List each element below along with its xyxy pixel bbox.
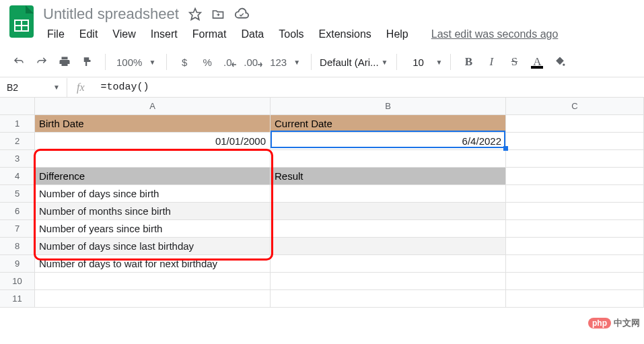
strikethrough-button[interactable]: S bbox=[505, 53, 524, 71]
row-header[interactable]: 4 bbox=[0, 168, 35, 185]
cell-c7[interactable] bbox=[506, 220, 644, 238]
cell-c10[interactable] bbox=[506, 273, 644, 290]
cell-b7[interactable] bbox=[271, 220, 506, 238]
number-format-select[interactable]: 123▼ bbox=[267, 53, 303, 71]
cell-a3[interactable] bbox=[35, 150, 271, 168]
cell-c4[interactable] bbox=[506, 168, 644, 185]
watermark-text: 中文网 bbox=[614, 317, 640, 329]
font-family-select[interactable]: Default (Ari...▼ bbox=[320, 57, 388, 68]
cell-c3[interactable] bbox=[506, 150, 644, 168]
row-header[interactable]: 8 bbox=[0, 238, 35, 255]
separator bbox=[396, 54, 397, 70]
paint-format-icon[interactable] bbox=[78, 53, 97, 71]
cell-b4[interactable]: Result bbox=[271, 168, 506, 185]
cell-c5[interactable] bbox=[506, 185, 644, 203]
watermark-pill: php bbox=[588, 318, 611, 329]
cell-b5[interactable] bbox=[271, 185, 506, 203]
cell-c1[interactable] bbox=[506, 115, 644, 133]
row-header[interactable]: 1 bbox=[0, 115, 35, 133]
cell-b10[interactable] bbox=[271, 273, 506, 290]
cell-c9[interactable] bbox=[506, 255, 644, 273]
menu-file[interactable]: File bbox=[43, 27, 69, 42]
text-color-button[interactable]: A bbox=[528, 53, 546, 71]
name-box[interactable]: B2 ▼ bbox=[0, 78, 67, 97]
name-box-value: B2 bbox=[7, 82, 18, 93]
currency-format-button[interactable]: $ bbox=[175, 53, 194, 71]
cloud-status-icon[interactable] bbox=[234, 7, 249, 21]
fx-icon: fx bbox=[67, 81, 94, 94]
cell-c11[interactable] bbox=[506, 290, 644, 308]
chevron-down-icon: ▼ bbox=[149, 59, 155, 66]
row-header[interactable]: 7 bbox=[0, 220, 35, 238]
font-size-input[interactable]: 10 bbox=[405, 57, 432, 68]
document-title[interactable]: Untitled spreadsheet bbox=[43, 5, 179, 23]
italic-button[interactable]: I bbox=[482, 53, 501, 71]
cell-b8[interactable] bbox=[271, 238, 506, 255]
cell-b2[interactable]: 6/4/2022 bbox=[271, 133, 506, 150]
zoom-label: 100% bbox=[116, 57, 142, 68]
toolbar: 100%▼ $ % .0 .00 123▼ Default (Ari...▼ 1… bbox=[0, 47, 644, 77]
menu-insert[interactable]: Insert bbox=[147, 27, 182, 42]
sheets-logo[interactable] bbox=[8, 8, 35, 35]
cell-b6[interactable] bbox=[271, 203, 506, 220]
row-header[interactable]: 5 bbox=[0, 185, 35, 203]
spreadsheet-grid[interactable]: A B C 1 Birth Date Current Date 2 01/01/… bbox=[0, 98, 644, 308]
fill-color-button[interactable] bbox=[550, 53, 569, 71]
cell-b11[interactable] bbox=[271, 290, 506, 308]
cell-c8[interactable] bbox=[506, 238, 644, 255]
bold-button[interactable]: B bbox=[459, 53, 478, 71]
row-header[interactable]: 9 bbox=[0, 255, 35, 273]
row-header[interactable]: 6 bbox=[0, 203, 35, 220]
print-icon[interactable] bbox=[55, 53, 74, 71]
cell-c6[interactable] bbox=[506, 203, 644, 220]
percent-format-button[interactable]: % bbox=[198, 53, 217, 71]
increase-decimal-button[interactable]: .00 bbox=[244, 53, 263, 71]
chevron-down-icon[interactable]: ▼ bbox=[436, 59, 443, 66]
cell-a4[interactable]: Difference bbox=[35, 168, 271, 185]
row-header[interactable]: 3 bbox=[0, 150, 35, 168]
menu-data[interactable]: Data bbox=[237, 27, 268, 42]
cell-b9[interactable] bbox=[271, 255, 506, 273]
menu-tools[interactable]: Tools bbox=[275, 27, 308, 42]
selection-handle[interactable] bbox=[503, 146, 508, 151]
cell-a2[interactable]: 01/01/2000 bbox=[35, 133, 271, 150]
row-header[interactable]: 11 bbox=[0, 290, 35, 308]
menu-help[interactable]: Help bbox=[382, 27, 413, 42]
column-header-b[interactable]: B bbox=[271, 98, 506, 115]
cell-a7[interactable]: Number of years since birth bbox=[35, 220, 271, 238]
chevron-down-icon: ▼ bbox=[382, 59, 388, 66]
formula-input[interactable]: =today() bbox=[94, 77, 644, 97]
move-folder-icon[interactable] bbox=[211, 7, 225, 21]
menu-extensions[interactable]: Extensions bbox=[315, 27, 375, 42]
separator bbox=[450, 54, 451, 70]
star-icon[interactable] bbox=[188, 7, 202, 21]
cell-a6[interactable]: Number of months since birth bbox=[35, 203, 271, 220]
column-header-a[interactable]: A bbox=[35, 98, 271, 115]
separator bbox=[166, 54, 167, 70]
watermark: php 中文网 bbox=[588, 317, 640, 329]
cell-a11[interactable] bbox=[35, 290, 271, 308]
chevron-down-icon: ▼ bbox=[293, 59, 300, 66]
redo-icon[interactable] bbox=[32, 53, 51, 71]
cell-b1[interactable]: Current Date bbox=[271, 115, 506, 133]
menu-view[interactable]: View bbox=[108, 27, 139, 42]
cell-a10[interactable] bbox=[35, 273, 271, 290]
menubar: File Edit View Insert Format Data Tools … bbox=[43, 27, 636, 42]
cell-a8[interactable]: Number of days since last birthday bbox=[35, 238, 271, 255]
cell-a9[interactable]: Number of days to wait for next birthday bbox=[35, 255, 271, 273]
menu-format[interactable]: Format bbox=[188, 27, 231, 42]
column-header-c[interactable]: C bbox=[506, 98, 644, 115]
cell-a5[interactable]: Number of days since birth bbox=[35, 185, 271, 203]
cell-b3[interactable] bbox=[271, 150, 506, 168]
undo-icon[interactable] bbox=[9, 53, 28, 71]
menu-edit[interactable]: Edit bbox=[75, 27, 102, 42]
select-all-corner[interactable] bbox=[0, 98, 35, 115]
cell-a1[interactable]: Birth Date bbox=[35, 115, 271, 133]
decrease-decimal-button[interactable]: .0 bbox=[221, 53, 240, 71]
last-edit-link[interactable]: Last edit was seconds ago bbox=[431, 28, 559, 40]
zoom-select[interactable]: 100%▼ bbox=[114, 53, 158, 71]
row-header[interactable]: 2 bbox=[0, 133, 35, 150]
formula-bar: B2 ▼ fx =today() bbox=[0, 77, 644, 98]
row-header[interactable]: 10 bbox=[0, 273, 35, 290]
cell-c2[interactable] bbox=[506, 133, 644, 150]
